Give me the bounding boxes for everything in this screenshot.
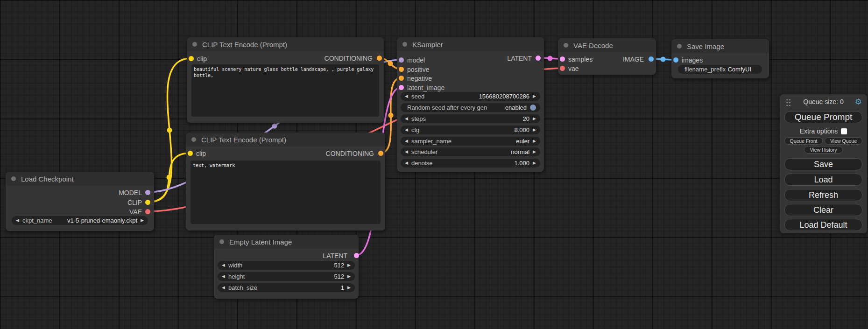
collapse-dot-icon[interactable] [192, 42, 197, 47]
output-port-conditioning[interactable] [378, 151, 383, 156]
decrement-arrow-icon[interactable]: ◀ [405, 117, 408, 121]
increment-arrow-icon[interactable]: ▶ [533, 94, 536, 98]
node-titlebar[interactable]: CLIP Text Encode (Prompt) [186, 133, 385, 147]
load-default-button[interactable]: Load Default [784, 219, 862, 231]
decrement-arrow-icon[interactable]: ◀ [222, 274, 225, 279]
output-label-image: IMAGE [623, 56, 644, 63]
widget-label: width [228, 262, 242, 269]
node-title: KSampler [412, 41, 443, 49]
output-port-image[interactable] [649, 56, 654, 62]
link-dot [388, 113, 394, 118]
widget-value: euler [516, 138, 529, 145]
sampler-name-widget[interactable]: ◀ sampler_name euler ▶ [401, 137, 540, 146]
link-dot [167, 128, 172, 133]
increment-arrow-icon[interactable]: ▶ [533, 117, 536, 121]
output-port-conditioning[interactable] [377, 56, 382, 61]
decrement-arrow-icon[interactable]: ◀ [405, 150, 408, 154]
collapse-dot-icon[interactable] [11, 176, 16, 181]
node-load-checkpoint[interactable]: Load Checkpoint MODEL CLIP VAE ◀ ckpt_na… [6, 172, 154, 231]
view-queue-button[interactable]: View Queue [825, 137, 862, 145]
input-port-negative[interactable] [399, 76, 404, 81]
filename-prefix-widget[interactable]: filename_prefix ComfyUI [678, 65, 762, 74]
decrement-arrow-icon[interactable]: ◀ [405, 128, 408, 132]
denoise-widget[interactable]: ◀ denoise 1.000 ▶ [401, 159, 540, 168]
decrement-arrow-icon[interactable]: ◀ [222, 263, 225, 267]
random-seed-widget[interactable]: Random seed after every gen enabled [401, 103, 540, 112]
extra-options-checkbox[interactable] [841, 128, 847, 134]
gear-icon[interactable]: ⚙ [855, 97, 862, 107]
save-button[interactable]: Save [784, 158, 862, 170]
increment-arrow-icon[interactable]: ▶ [533, 128, 536, 132]
batch-size-widget[interactable]: ◀ batch_size 1 ▶ [218, 283, 355, 292]
node-titlebar[interactable]: VAE Decode [558, 38, 656, 52]
height-widget[interactable]: ◀ height 512 ▶ [218, 272, 355, 281]
widget-label: steps [411, 115, 426, 122]
ckpt-name-widget[interactable]: ◀ ckpt_name v1-5-pruned-emaonly.ckpt ▶ [12, 216, 148, 225]
increment-arrow-icon[interactable]: ▶ [533, 139, 536, 143]
output-port-latent[interactable] [536, 56, 541, 61]
enabled-toggle-icon[interactable] [530, 105, 536, 111]
output-port-latent[interactable] [354, 253, 359, 258]
input-port-clip[interactable] [188, 151, 193, 156]
increment-arrow-icon[interactable]: ▶ [347, 286, 351, 290]
drag-handle-icon[interactable] [786, 98, 791, 106]
input-port-clip[interactable] [189, 56, 194, 61]
view-history-button[interactable]: View History [804, 146, 843, 154]
node-clip-text-encode-negative[interactable]: CLIP Text Encode (Prompt) clip CONDITION… [186, 133, 385, 231]
node-title: Save Image [687, 42, 724, 50]
node-titlebar[interactable]: KSampler [397, 37, 544, 51]
node-titlebar[interactable]: Load Checkpoint [6, 172, 154, 186]
node-vae-decode[interactable]: VAE Decode samples vae IMAGE [558, 38, 656, 75]
prompt-textarea[interactable]: beautiful scenery nature glass bottle la… [191, 64, 379, 117]
decrement-arrow-icon[interactable]: ◀ [16, 218, 19, 223]
decrement-arrow-icon[interactable]: ◀ [405, 161, 408, 165]
clear-button[interactable]: Clear [784, 204, 862, 216]
output-label-conditioning: CONDITIONING [326, 150, 374, 157]
collapse-dot-icon[interactable] [191, 137, 196, 142]
input-port-latent-image[interactable] [399, 85, 404, 90]
prompt-textarea[interactable]: text, watermark [191, 161, 381, 224]
increment-arrow-icon[interactable]: ▶ [141, 218, 144, 223]
decrement-arrow-icon[interactable]: ◀ [222, 286, 225, 290]
cfg-widget[interactable]: ◀ cfg 8.000 ▶ [401, 126, 540, 134]
collapse-dot-icon[interactable] [564, 43, 568, 48]
node-ksampler[interactable]: KSampler model positive negative latent_… [397, 37, 544, 172]
output-port-model[interactable] [145, 190, 150, 195]
input-label-latent-image: latent_image [407, 84, 445, 91]
input-port-positive[interactable] [399, 67, 404, 72]
input-port-images[interactable] [673, 57, 678, 63]
link-dot [388, 61, 393, 66]
collapse-dot-icon[interactable] [402, 42, 407, 47]
decrement-arrow-icon[interactable]: ◀ [405, 139, 408, 143]
output-port-clip[interactable] [145, 200, 150, 205]
input-port-samples[interactable] [560, 56, 565, 62]
node-save-image[interactable]: Save Image images filename_prefix ComfyU… [671, 39, 769, 78]
decrement-arrow-icon[interactable]: ◀ [405, 94, 408, 98]
input-port-model[interactable] [399, 57, 404, 63]
node-empty-latent-image[interactable]: Empty Latent Image LATENT ◀ width 512 ▶ … [214, 235, 359, 299]
queue-prompt-button[interactable]: Queue Prompt [784, 111, 862, 123]
increment-arrow-icon[interactable]: ▶ [347, 274, 351, 279]
input-port-vae[interactable] [560, 66, 565, 71]
scheduler-widget[interactable]: ◀ scheduler normal ▶ [401, 147, 540, 156]
link-dot [661, 57, 666, 62]
collapse-dot-icon[interactable] [677, 44, 682, 49]
increment-arrow-icon[interactable]: ▶ [533, 150, 536, 154]
output-port-vae[interactable] [145, 209, 150, 214]
seed-widget[interactable]: ◀ seed 156680208700286 ▶ [401, 92, 540, 101]
node-titlebar[interactable]: CLIP Text Encode (Prompt) [187, 37, 384, 51]
refresh-button[interactable]: Refresh [784, 189, 862, 201]
steps-widget[interactable]: ◀ steps 20 ▶ [401, 114, 540, 123]
queue-front-button[interactable]: Queue Front [784, 137, 823, 145]
node-titlebar[interactable]: Save Image [671, 39, 769, 53]
collapse-dot-icon[interactable] [219, 239, 224, 244]
increment-arrow-icon[interactable]: ▶ [533, 161, 536, 165]
node-canvas[interactable]: Load Checkpoint MODEL CLIP VAE ◀ ckpt_na… [0, 0, 868, 329]
width-widget[interactable]: ◀ width 512 ▶ [218, 261, 355, 270]
widget-label: filename_prefix [685, 66, 726, 73]
queue-panel: Queue size: 0 ⚙ Queue Prompt Extra optio… [780, 94, 867, 233]
node-titlebar[interactable]: Empty Latent Image [214, 235, 359, 249]
increment-arrow-icon[interactable]: ▶ [347, 263, 351, 267]
load-button[interactable]: Load [784, 174, 862, 186]
node-clip-text-encode-positive[interactable]: CLIP Text Encode (Prompt) clip CONDITION… [187, 37, 384, 123]
